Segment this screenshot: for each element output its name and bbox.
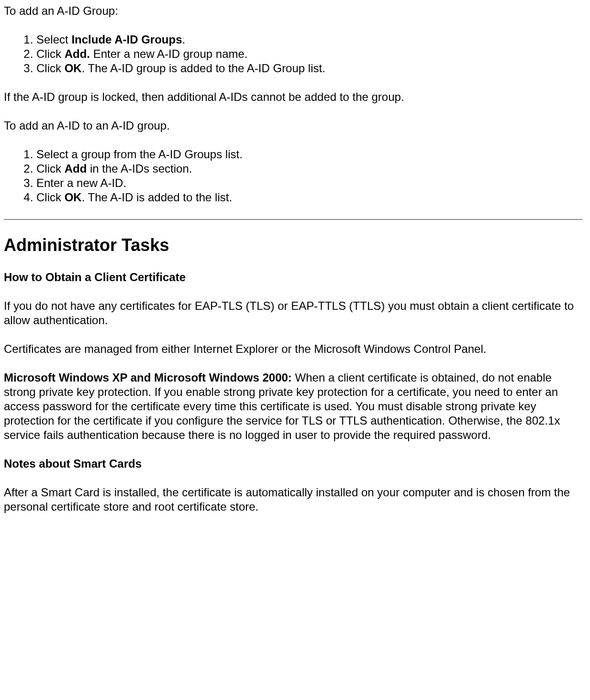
step-text-post: . The A-ID is added to the list. bbox=[82, 191, 232, 204]
bold-text: OK bbox=[65, 62, 82, 75]
paragraph-add-aid-to-group-intro: To add an A-ID to an A-ID group. bbox=[4, 119, 582, 133]
step-1: Select a group from the A-ID Groups list… bbox=[36, 147, 582, 162]
bold-text: Add bbox=[65, 162, 87, 175]
bold-text: OK bbox=[65, 191, 82, 204]
step-3: Enter a new A-ID. bbox=[36, 176, 582, 190]
step-text: Click bbox=[36, 47, 65, 60]
paragraph-cert-manage: Certificates are managed from either Int… bbox=[4, 342, 582, 356]
bold-text: Add. bbox=[65, 47, 90, 60]
step-text-post: in the A-IDs section. bbox=[87, 162, 192, 175]
paragraph-smart-card-note: After a Smart Card is installed, the cer… bbox=[4, 485, 582, 514]
step-text: Click bbox=[36, 162, 65, 175]
step-3: Click OK. The A-ID group is added to the… bbox=[36, 61, 582, 76]
bold-text: Include A-ID Groups bbox=[71, 33, 182, 46]
step-text: Click bbox=[36, 191, 65, 204]
add-aid-to-group-steps: Select a group from the A-ID Groups list… bbox=[4, 147, 582, 205]
add-aid-group-steps: Select Include A-ID Groups. Click Add. E… bbox=[4, 33, 582, 76]
step-4: Click OK. The A-ID is added to the list. bbox=[36, 190, 582, 205]
paragraph-locked-note: If the A-ID group is locked, then additi… bbox=[4, 90, 582, 104]
paragraph-windows-note: Microsoft Windows XP and Microsoft Windo… bbox=[4, 371, 582, 442]
paragraph-cert-need: If you do not have any certificates for … bbox=[4, 299, 582, 328]
paragraph-add-aid-group-intro: To add an A-ID Group: bbox=[4, 4, 582, 18]
step-1: Select Include A-ID Groups. bbox=[36, 33, 582, 47]
step-text: Select bbox=[36, 33, 71, 46]
step-2: Click Add. Enter a new A-ID group name. bbox=[36, 47, 582, 61]
step-text-post: Enter a new A-ID group name. bbox=[90, 47, 248, 60]
step-2: Click Add in the A-IDs section. bbox=[36, 162, 582, 176]
step-text-post: . bbox=[182, 33, 186, 46]
section-divider bbox=[4, 219, 582, 220]
heading-administrator-tasks: Administrator Tasks bbox=[4, 234, 582, 256]
step-text-post: . The A-ID group is added to the A-ID Gr… bbox=[82, 62, 325, 75]
heading-obtain-client-certificate: How to Obtain a Client Certificate bbox=[4, 270, 582, 284]
heading-smart-cards: Notes about Smart Cards bbox=[4, 457, 582, 471]
step-text: Click bbox=[36, 62, 65, 75]
bold-platform-label: Microsoft Windows XP and Microsoft Windo… bbox=[4, 371, 292, 384]
